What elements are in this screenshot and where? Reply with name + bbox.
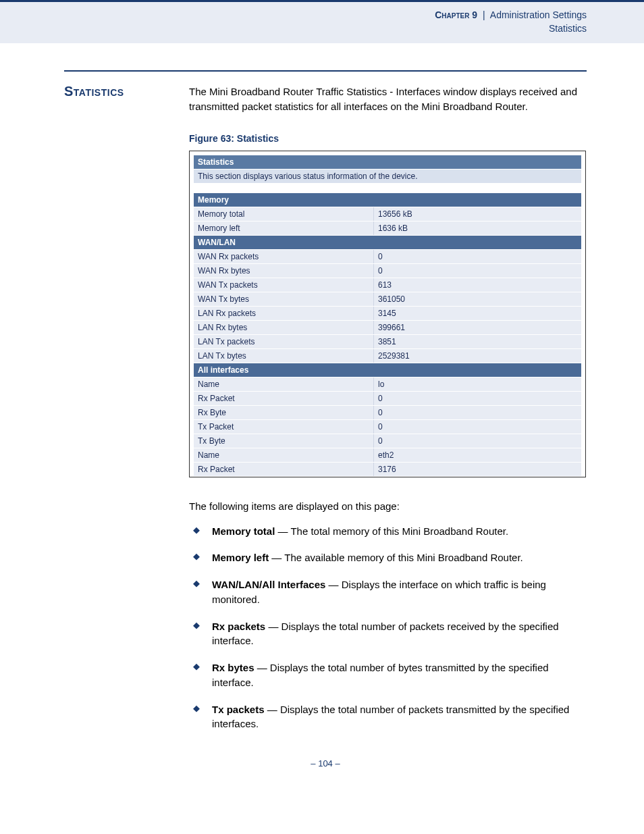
definition-term: Rx bytes bbox=[212, 662, 254, 673]
all-interfaces-row: Rx Packet0 bbox=[194, 392, 581, 406]
wanlan-label: WAN Tx packets bbox=[194, 278, 373, 292]
definition-item: Tx packets — Displays the total number o… bbox=[189, 702, 587, 732]
all-interfaces-value: 0 bbox=[373, 420, 581, 434]
all-interfaces-label: Rx Byte bbox=[194, 406, 373, 419]
all-interfaces-value: 0 bbox=[373, 434, 581, 448]
definition-text: — Displays the total number of bytes tra… bbox=[212, 662, 549, 688]
panel-spacer bbox=[194, 184, 581, 193]
wanlan-row: WAN Rx bytes0 bbox=[194, 264, 581, 278]
wanlan-label: LAN Rx packets bbox=[194, 307, 373, 320]
wanlan-row: LAN Rx bytes399661 bbox=[194, 321, 581, 335]
memory-label: Memory total bbox=[194, 207, 373, 221]
memory-label: Memory left bbox=[194, 221, 373, 235]
definition-term: Rx packets bbox=[212, 621, 265, 632]
panel-title-bar: Statistics bbox=[194, 155, 581, 170]
all-interfaces-value: 0 bbox=[373, 406, 581, 419]
memory-value: 1636 kB bbox=[373, 221, 581, 235]
wanlan-value: 361050 bbox=[373, 292, 581, 306]
definition-text: — The total memory of this Mini Broadban… bbox=[275, 525, 508, 537]
wanlan-value: 3145 bbox=[373, 307, 581, 320]
memory-section-header: Memory bbox=[194, 193, 581, 207]
all-interfaces-row: Nameeth2 bbox=[194, 448, 581, 463]
all-interfaces-label: Rx Packet bbox=[194, 463, 373, 476]
wanlan-row: WAN Rx packets0 bbox=[194, 250, 581, 264]
memory-row: Memory left1636 kB bbox=[194, 221, 581, 236]
definition-term: Memory left bbox=[212, 552, 269, 563]
wanlan-row: LAN Tx packets3851 bbox=[194, 335, 581, 349]
header-chapter: Chapter 9 bbox=[435, 9, 477, 20]
all-interfaces-row: Namelo bbox=[194, 377, 581, 392]
definition-term: Tx packets bbox=[212, 704, 265, 715]
all-interfaces-value: eth2 bbox=[373, 448, 581, 462]
wanlan-value: 2529381 bbox=[373, 349, 581, 363]
figure-box: Statistics This section displays various… bbox=[189, 151, 586, 477]
statistics-panel: Statistics This section displays various… bbox=[194, 155, 581, 477]
all-interfaces-row: Rx Packet3176 bbox=[194, 463, 581, 477]
definition-term: WAN/LAN/All Interfaces bbox=[212, 579, 325, 590]
memory-row: Memory total13656 kB bbox=[194, 207, 581, 221]
panel-subtitle-bar: This section displays various status inf… bbox=[194, 170, 581, 184]
wanlan-label: WAN Tx bytes bbox=[194, 292, 373, 306]
header-subsection: Statistics bbox=[549, 23, 587, 34]
all-interfaces-value: 3176 bbox=[373, 463, 581, 476]
wanlan-row: WAN Tx packets613 bbox=[194, 278, 581, 292]
definition-text: — Displays the total number of packets t… bbox=[212, 704, 569, 730]
wanlan-label: LAN Tx bytes bbox=[194, 349, 373, 363]
wanlan-row: LAN Rx packets3145 bbox=[194, 307, 581, 321]
definition-text: — The available memory of this Mini Broa… bbox=[269, 552, 523, 563]
page-number: – 104 – bbox=[64, 758, 587, 789]
definition-term: Memory total bbox=[212, 525, 275, 537]
header-section: Administration Settings bbox=[490, 9, 587, 20]
header-separator: | bbox=[483, 9, 485, 20]
page-content: Statistics The Mini Broadband Router Tra… bbox=[0, 43, 644, 789]
all-interfaces-row: Tx Byte0 bbox=[194, 434, 581, 448]
all-interfaces-label: Name bbox=[194, 377, 373, 391]
all-interfaces-label: Rx Packet bbox=[194, 392, 373, 405]
all-interfaces-label: Tx Packet bbox=[194, 420, 373, 434]
definition-item: Memory total — The total memory of this … bbox=[189, 524, 587, 539]
wanlan-value: 399661 bbox=[373, 321, 581, 334]
all-interfaces-section-header: All interfaces bbox=[194, 363, 581, 377]
all-interfaces-label: Tx Byte bbox=[194, 434, 373, 448]
wanlan-section-header: WAN/LAN bbox=[194, 236, 581, 250]
lead-paragraph: The following items are displayed on thi… bbox=[189, 500, 587, 512]
wanlan-value: 3851 bbox=[373, 335, 581, 348]
wanlan-label: LAN Rx bytes bbox=[194, 321, 373, 334]
definition-item: Memory left — The available memory of th… bbox=[189, 550, 587, 565]
figure-caption: Figure 63: Statistics bbox=[189, 133, 587, 144]
wanlan-label: LAN Tx packets bbox=[194, 335, 373, 348]
wanlan-label: WAN Rx packets bbox=[194, 250, 373, 263]
wanlan-value: 0 bbox=[373, 250, 581, 263]
definition-list: Memory total — The total memory of this … bbox=[189, 524, 587, 732]
all-interfaces-label: Name bbox=[194, 448, 373, 462]
all-interfaces-value: lo bbox=[373, 377, 581, 391]
body-column: The Mini Broadband Router Traffic Statis… bbox=[189, 84, 587, 731]
wanlan-label: WAN Rx bytes bbox=[194, 264, 373, 278]
definition-item: WAN/LAN/All Interfaces — Displays the in… bbox=[189, 577, 587, 607]
page-header: Chapter 9 | Administration Settings Stat… bbox=[0, 0, 644, 43]
memory-value: 13656 kB bbox=[373, 207, 581, 221]
wanlan-row: WAN Tx bytes361050 bbox=[194, 292, 581, 307]
all-interfaces-row: Tx Packet0 bbox=[194, 420, 581, 434]
all-interfaces-row: Rx Byte0 bbox=[194, 406, 581, 420]
all-interfaces-value: 0 bbox=[373, 392, 581, 405]
horizontal-rule bbox=[64, 70, 587, 72]
wanlan-row: LAN Tx bytes2529381 bbox=[194, 349, 581, 363]
definition-item: Rx bytes — Displays the total number of … bbox=[189, 660, 587, 690]
wanlan-value: 613 bbox=[373, 278, 581, 292]
wanlan-value: 0 bbox=[373, 264, 581, 278]
definition-item: Rx packets — Displays the total number o… bbox=[189, 619, 587, 649]
intro-paragraph: The Mini Broadband Router Traffic Statis… bbox=[189, 84, 587, 114]
